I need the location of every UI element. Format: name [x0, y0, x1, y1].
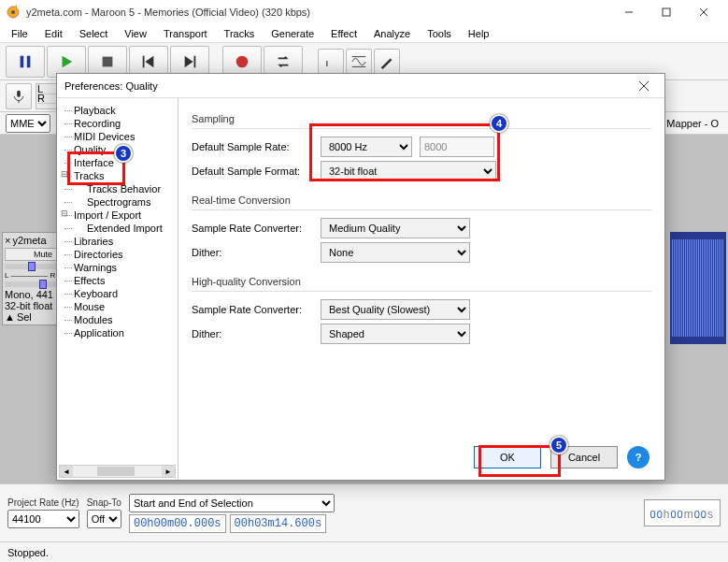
menu-help[interactable]: Help: [461, 26, 497, 41]
tree-hscroll[interactable]: ◄►: [59, 465, 176, 478]
hq-dither-select[interactable]: Shaped: [321, 324, 470, 344]
status-text: Stopped.: [7, 547, 49, 558]
tree-libraries[interactable]: Libraries: [61, 235, 174, 248]
preferences-tree[interactable]: Playback Recording MIDI Devices Quality …: [57, 98, 178, 480]
menu-select[interactable]: Select: [72, 26, 116, 41]
rt-dither-select[interactable]: None: [321, 242, 470, 263]
svg-rect-12: [194, 55, 196, 67]
maximize-button[interactable]: [648, 0, 685, 24]
menu-transport[interactable]: Transport: [156, 26, 215, 41]
svg-rect-6: [21, 55, 24, 67]
preferences-pane: Sampling Default Sample Rate: 8000 Hz De…: [178, 98, 664, 480]
hq-converter-label: Sample Rate Converter:: [192, 304, 313, 315]
svg-rect-18: [17, 90, 21, 96]
tree-recording[interactable]: Recording: [61, 117, 174, 130]
titlebar: y2meta.com - Maroon 5 - Memories (Offici…: [0, 0, 728, 24]
tree-keyboard[interactable]: Keyboard: [61, 287, 174, 300]
project-rate-select[interactable]: 44100: [7, 510, 79, 528]
menu-generate[interactable]: Generate: [264, 26, 321, 41]
svg-rect-10: [143, 55, 145, 67]
menu-analyze[interactable]: Analyze: [366, 26, 418, 41]
sample-format-label: Default Sample Format:: [192, 166, 313, 177]
preferences-dialog: Preferences: Quality Playback Recording …: [56, 73, 665, 481]
sample-rate-custom[interactable]: [420, 137, 494, 157]
track-name: y2meta: [12, 235, 46, 247]
selection-toolbar: Project Rate (Hz) 44100 Snap-To Off Star…: [0, 483, 728, 541]
output-device-label: Mapper - O: [666, 118, 719, 129]
selection-tool-button[interactable]: I: [318, 49, 344, 75]
close-button[interactable]: [685, 0, 722, 24]
rt-dither-label: Dither:: [192, 247, 313, 258]
menu-view[interactable]: View: [117, 26, 154, 41]
sample-rate-label: Default Sample Rate:: [192, 141, 313, 152]
cancel-button[interactable]: Cancel: [550, 446, 618, 468]
sample-format-select[interactable]: 32-bit float: [321, 161, 496, 181]
app-icon: [6, 5, 21, 20]
draw-tool-button[interactable]: [374, 49, 400, 75]
sample-rate-select[interactable]: 8000 Hz: [321, 137, 412, 157]
snap-select[interactable]: Off: [87, 510, 121, 528]
svg-point-14: [236, 55, 249, 67]
dialog-title: Preferences: Quality: [64, 80, 631, 92]
realtime-title: Real-time Conversion: [192, 195, 651, 206]
menu-tools[interactable]: Tools: [420, 26, 459, 41]
tree-playback[interactable]: Playback: [61, 104, 174, 117]
tree-extended-import[interactable]: Extended Import: [61, 222, 174, 235]
time-position[interactable]: 00h00m00s: [644, 499, 721, 526]
dialog-titlebar: Preferences: Quality: [57, 74, 664, 98]
tree-mouse[interactable]: Mouse: [61, 300, 174, 313]
hq-converter-select[interactable]: Best Quality (Slowest): [321, 299, 470, 320]
tree-modules[interactable]: Modules: [61, 313, 174, 326]
help-button[interactable]: ?: [627, 446, 649, 468]
svg-rect-3: [663, 8, 670, 16]
selection-mode-select[interactable]: Start and End of Selection: [129, 494, 335, 512]
menu-effect[interactable]: Effect: [323, 26, 364, 41]
tree-application[interactable]: Application: [61, 326, 174, 339]
rt-converter-select[interactable]: Medium Quality: [321, 218, 470, 238]
selection-start[interactable]: 00h00m00.000s: [129, 514, 226, 533]
svg-marker-11: [145, 55, 153, 67]
selection-end[interactable]: 00h03m14.600s: [230, 514, 327, 533]
svg-point-1: [11, 10, 15, 14]
track-select[interactable]: Sel: [17, 311, 32, 323]
tree-effects[interactable]: Effects: [61, 274, 174, 287]
project-rate-label: Project Rate (Hz): [7, 497, 79, 508]
dialog-close-button[interactable]: [631, 76, 657, 96]
tree-tracks-behavior[interactable]: Tracks Behavior: [61, 182, 174, 195]
menu-tracks[interactable]: Tracks: [217, 26, 263, 41]
tree-spectrograms[interactable]: Spectrograms: [61, 195, 174, 209]
hq-title: High-quality Conversion: [192, 276, 651, 287]
svg-marker-8: [63, 55, 73, 67]
menubar: File Edit Select View Transport Tracks G…: [0, 24, 728, 43]
audio-host-select[interactable]: MME: [6, 114, 50, 133]
tree-interface[interactable]: Interface: [61, 156, 174, 169]
tree-midi[interactable]: MIDI Devices: [61, 130, 174, 143]
ok-button[interactable]: OK: [474, 446, 541, 468]
tree-warnings[interactable]: Warnings: [61, 261, 174, 274]
svg-text:I: I: [326, 57, 329, 67]
sampling-title: Sampling: [192, 113, 651, 124]
svg-marker-13: [185, 55, 193, 67]
window-title: y2meta.com - Maroon 5 - Memories (Offici…: [26, 7, 610, 18]
menu-file[interactable]: File: [4, 26, 36, 41]
svg-rect-7: [27, 55, 31, 67]
menu-edit[interactable]: Edit: [37, 26, 70, 41]
tree-tracks[interactable]: Tracks: [61, 169, 174, 182]
tree-quality[interactable]: Quality: [61, 143, 174, 156]
snap-label: Snap-To: [87, 497, 121, 508]
minimize-button[interactable]: [610, 0, 648, 24]
tree-import-export[interactable]: Import / Export: [61, 209, 174, 222]
rt-converter-label: Sample Rate Converter:: [192, 223, 313, 234]
pause-button[interactable]: [6, 46, 45, 78]
envelope-tool-button[interactable]: [346, 49, 372, 75]
svg-rect-9: [103, 56, 113, 66]
tree-directories[interactable]: Directories: [61, 248, 174, 261]
hq-dither-label: Dither:: [192, 328, 313, 339]
mic-icon[interactable]: [6, 83, 32, 109]
waveform[interactable]: [670, 232, 726, 344]
statusbar: Stopped.: [0, 541, 728, 562]
